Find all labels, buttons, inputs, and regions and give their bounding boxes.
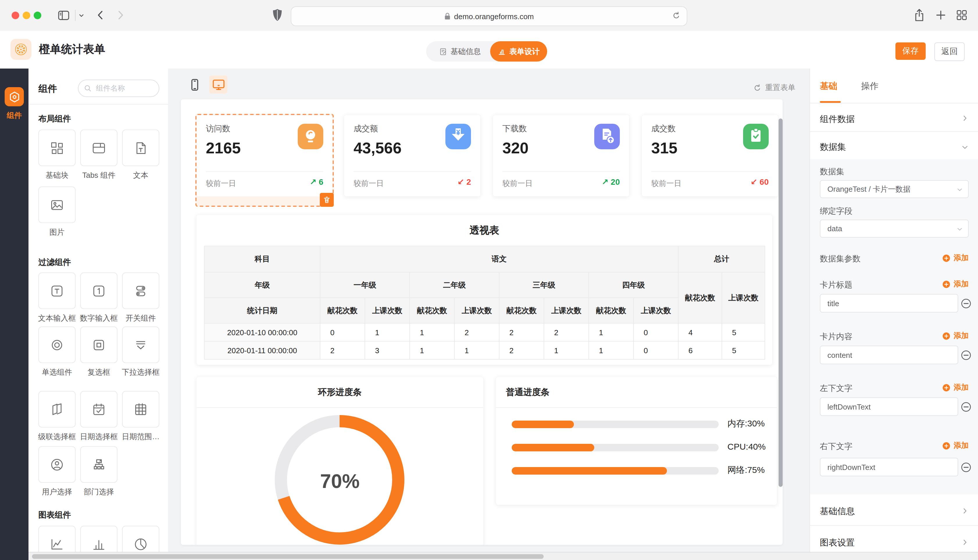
checkbox-icon <box>80 327 117 363</box>
minus-icon <box>961 298 971 309</box>
sidebar-item-image[interactable]: 图片 <box>38 187 75 238</box>
section-dataset[interactable]: 数据集 <box>820 142 846 153</box>
progress-bars-card[interactable]: 普通进度条 内存:30% CPU:40% 网络:75% <box>496 377 777 505</box>
ring-progress-card[interactable]: 环形进度条 70% <box>197 377 483 545</box>
selected-card-wrapper[interactable]: 访问数 2165 较前一日 ↗ 6 <box>196 114 334 207</box>
rail-components-button[interactable] <box>5 87 24 106</box>
delete-card-button[interactable] <box>320 193 334 207</box>
switch-icon <box>122 272 159 309</box>
table-row: 2020-01-11 00:00:00 23 11 21 10 65 <box>204 341 765 359</box>
address-bar[interactable]: demo.orangeforms.com <box>291 7 687 26</box>
tab-basic-info[interactable]: 基础信息 <box>439 41 481 62</box>
sidebar-item-date-picker[interactable]: 日期选择框 <box>80 391 117 442</box>
chevron-right-icon[interactable] <box>961 115 969 122</box>
section-component-data[interactable]: 组件数据 <box>820 114 855 125</box>
section-basic-info[interactable]: 基础信息 <box>820 506 855 517</box>
sidebar-item-cascader[interactable]: 级联选择框 <box>38 391 75 442</box>
save-button[interactable]: 保存 <box>895 42 926 60</box>
sidebar-item-radio[interactable]: 单选组件 <box>38 327 75 378</box>
tab-overview-button[interactable] <box>955 9 968 22</box>
remove-left-down-button[interactable] <box>961 402 971 412</box>
forward-button[interactable] <box>114 9 127 22</box>
monitor-icon <box>211 78 225 92</box>
sidebar-item-select[interactable]: 下拉选择框 <box>122 327 159 378</box>
card-content-input[interactable] <box>820 346 958 364</box>
sidebar-item-switch[interactable]: 开关组件 <box>122 272 159 323</box>
divider <box>502 172 620 172</box>
preview-toggle <box>186 75 227 93</box>
reload-button[interactable] <box>672 11 681 20</box>
radio-icon <box>38 327 75 363</box>
add-card-content-button[interactable]: 添加 <box>942 330 969 341</box>
sidebar-item-tabs[interactable]: Tabs 组件 <box>80 130 117 181</box>
sidebar-item-dept-select[interactable]: 部门选择 <box>80 446 117 497</box>
ring-title: 环形进度条 <box>197 387 483 398</box>
tabs-layout-icon <box>80 130 117 166</box>
stat-card-deal-amount[interactable]: 成交额 43,566 较前一日 ↙ 2 <box>344 115 480 197</box>
sidebar-item-date-range[interactable]: 日期范围… <box>122 391 159 442</box>
sidebar-item-basic-block[interactable]: 基础块 <box>38 130 75 181</box>
card-title-label: 卡片标题 <box>820 280 853 290</box>
stat-card-downloads[interactable]: 下载数 320 较前一日 ↗ 20 <box>493 115 629 197</box>
sidebar-item-number-input[interactable]: 数字输入框 <box>80 272 117 323</box>
chevron-down-icon[interactable] <box>961 143 969 151</box>
progress-bar-memory <box>512 421 719 428</box>
remove-card-content-button[interactable] <box>961 350 971 361</box>
progress-fill <box>512 467 667 475</box>
sidebar-item-checkbox[interactable]: 复选框 <box>80 327 117 378</box>
share-button[interactable] <box>912 8 926 23</box>
shield-icon[interactable] <box>272 8 283 23</box>
progress-bar-cpu <box>512 444 719 452</box>
card-title-input[interactable] <box>820 294 958 313</box>
window-minimize-button[interactable] <box>23 12 30 19</box>
stat-card-visits[interactable]: 访问数 2165 较前一日 ↗ 6 <box>197 115 333 197</box>
image-icon <box>38 187 75 223</box>
sidebar-item-text[interactable]: 文本 <box>122 130 159 181</box>
design-canvas: 重置表单 访问数 2165 较前一日 ↗ 6 <box>168 68 809 560</box>
panel-tab-action[interactable]: 操作 <box>861 81 879 92</box>
minus-icon <box>961 350 971 361</box>
reset-form-button[interactable]: 重置表单 <box>753 82 796 93</box>
left-down-text-input[interactable] <box>820 397 958 416</box>
hexagon-component-icon <box>8 90 21 103</box>
panel-tab-basic[interactable]: 基础 <box>820 81 837 92</box>
window-close-button[interactable] <box>12 12 19 19</box>
sidebar-toggle-button[interactable] <box>57 9 70 22</box>
desktop-preview-button[interactable] <box>209 75 227 93</box>
chevron-right-icon[interactable] <box>961 507 969 515</box>
back-button-app[interactable]: 返回 <box>935 42 965 61</box>
section-chart-settings[interactable]: 图表设置 <box>820 537 855 548</box>
horizontal-scrollbar-thumb[interactable] <box>32 554 544 559</box>
mobile-preview-button[interactable] <box>186 75 204 93</box>
new-tab-button[interactable] <box>935 9 947 22</box>
remove-card-title-button[interactable] <box>961 298 971 309</box>
pivot-title: 透视表 <box>197 223 772 237</box>
right-down-text-input[interactable] <box>820 458 958 477</box>
trend-up-indicator: ↗ 6 <box>309 177 323 187</box>
chevron-right-icon[interactable] <box>961 538 969 546</box>
minus-icon <box>961 462 971 473</box>
sidebar-item-user-select[interactable]: 用户选择 <box>38 446 75 497</box>
bind-field-select[interactable]: data <box>820 220 969 238</box>
divider <box>206 172 323 172</box>
add-dataset-param-button[interactable]: 添加 <box>942 253 969 263</box>
horizontal-scrollbar[interactable] <box>28 552 978 560</box>
back-button[interactable] <box>94 9 107 22</box>
grid-blocks-icon <box>38 130 75 166</box>
add-left-down-button[interactable]: 添加 <box>942 382 969 393</box>
pivot-table-card[interactable]: 透视表 科目 语文 总计 年级 一年级 二年级 三年级 <box>197 215 772 365</box>
vertical-scrollbar[interactable] <box>779 118 782 487</box>
dataset-select[interactable]: OrangeTest / 卡片一数据 <box>820 180 969 198</box>
sidebar-item-text-input[interactable]: 文本输入框 <box>38 272 75 323</box>
chevron-down-icon[interactable] <box>79 13 84 18</box>
bulb-icon <box>298 124 323 149</box>
add-card-title-button[interactable]: 添加 <box>942 279 969 289</box>
stat-card-deals[interactable]: 成交数 315 较前一日 ↙ 60 <box>642 115 778 197</box>
section-chart-components: 图表组件 <box>38 510 71 520</box>
window-zoom-button[interactable] <box>34 12 41 19</box>
remove-right-down-button[interactable] <box>961 462 971 473</box>
tab-form-design[interactable]: 表单设计 <box>490 41 547 62</box>
add-right-down-button[interactable]: 添加 <box>942 440 969 451</box>
number-input-icon <box>80 272 117 309</box>
chevron-down-icon <box>956 226 963 232</box>
